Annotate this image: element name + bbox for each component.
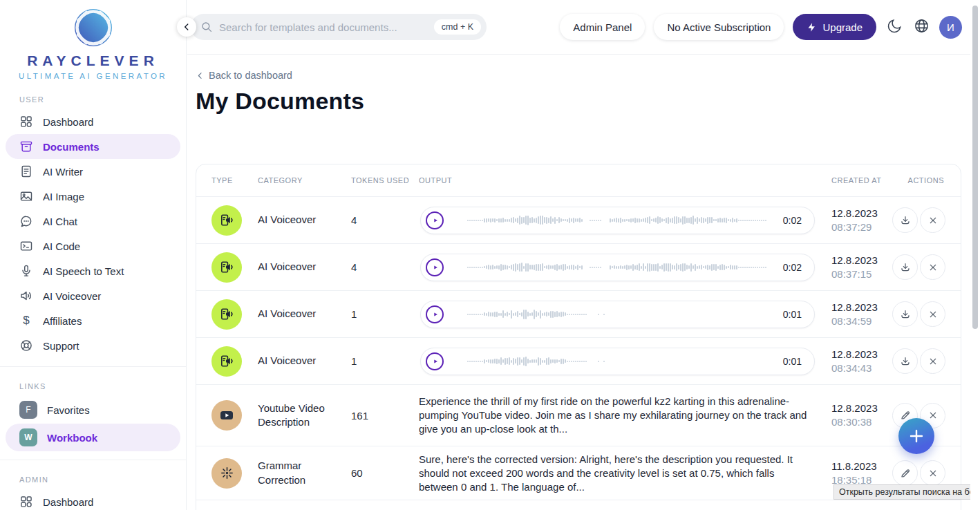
audio-duration: 0:01	[783, 356, 802, 367]
sidebar-item-label: AI Speech to Text	[43, 265, 124, 277]
sidebar-item-ai-code[interactable]: AI Code	[6, 234, 180, 258]
image-icon	[19, 189, 33, 203]
play-button[interactable]	[426, 258, 444, 276]
add-document-button[interactable]	[898, 418, 934, 454]
sidebar-item-ai-voiceover[interactable]: AI Voiceover	[6, 283, 180, 308]
edit-button[interactable]	[892, 460, 918, 486]
table-row-partial	[196, 500, 961, 510]
table-header-row: TYPECATEGORYTOKENS USEDOUTPUTCREATED ATA…	[196, 164, 961, 196]
actions-cell	[892, 460, 945, 486]
tokens-cell: 60	[351, 467, 419, 479]
status-tooltip: Открыть результаты поиска на боковой пан…	[833, 484, 980, 500]
play-button[interactable]	[426, 305, 444, 323]
sidebar-item-support[interactable]: Support	[6, 333, 180, 358]
voiceover-type-icon	[211, 205, 242, 236]
output-cell: 0:01	[419, 348, 823, 375]
close-button[interactable]	[920, 207, 945, 233]
sidebar-collapse-button[interactable]	[177, 17, 196, 37]
moon-icon	[887, 18, 903, 34]
app-root: RAYCLEVER ULTIMATE AI GENERATOR USERDash…	[0, 0, 980, 510]
sidebar-item-documents[interactable]: Documents	[6, 134, 180, 159]
topbar: cmd + K Admin Panel No Active Subscripti…	[187, 0, 980, 55]
sidebar-section-label: ADMIN	[19, 475, 167, 484]
sidebar-item-ai-writer[interactable]: AI Writer	[6, 159, 180, 184]
sidebar-item-dashboard[interactable]: Dashboard	[6, 109, 180, 134]
sidebar-item-label: Affiliates	[43, 315, 82, 327]
favorites-badge: F	[19, 401, 37, 419]
tokens-cell: 1	[351, 308, 419, 320]
sidebar-item-label: AI Voiceover	[43, 290, 101, 302]
sidebar-item-ai-chat[interactable]: AI Chat	[6, 209, 180, 234]
column-header-type: TYPE	[211, 176, 258, 185]
output-cell: 0:02	[419, 254, 823, 281]
audio-player: 0:01	[420, 301, 815, 328]
play-button[interactable]	[426, 352, 444, 370]
dashboard-icon	[19, 495, 33, 509]
download-icon	[900, 262, 911, 273]
sidebar-item-label: Workbook	[47, 432, 97, 444]
admin-panel-button[interactable]: Admin Panel	[560, 14, 645, 40]
close-icon	[927, 262, 939, 273]
download-button[interactable]	[892, 254, 918, 280]
voiceover-type-icon	[211, 299, 242, 330]
tokens-cell: 4	[351, 214, 419, 226]
sidebar-item-favorites[interactable]: FFavorites	[6, 396, 180, 424]
upgrade-button[interactable]: Upgrade	[793, 14, 876, 40]
sidebar-item-affiliates[interactable]: $Affiliates	[6, 308, 180, 333]
column-header-output: OUTPUT	[419, 176, 823, 185]
sidebar-section-label: USER	[19, 95, 167, 104]
actions-cell	[892, 348, 945, 374]
avatar[interactable]: И	[939, 16, 962, 39]
close-button[interactable]	[920, 254, 945, 280]
dark-mode-toggle[interactable]	[885, 18, 903, 36]
file-text-icon	[19, 164, 33, 178]
download-button[interactable]	[892, 207, 918, 233]
language-button[interactable]	[912, 18, 930, 36]
audio-waveform	[467, 214, 767, 227]
table-row: AI Voiceover40:0212.8.202308:37:15	[196, 243, 961, 290]
category-cell: AI Voiceover	[258, 213, 351, 227]
created-date: 12.8.2023	[831, 301, 892, 314]
created-at-cell: 12.8.202308:37:15	[823, 254, 892, 281]
sidebar-divider	[0, 366, 186, 367]
category-cell: Grammar Correction	[258, 459, 351, 487]
back-to-dashboard-link[interactable]: Back to dashboard	[196, 70, 292, 81]
audio-duration: 0:02	[783, 215, 802, 226]
sidebar-item-workbook[interactable]: WWorkbook	[6, 424, 180, 451]
sidebar-divider	[0, 460, 186, 460]
close-icon	[927, 309, 939, 320]
close-button[interactable]	[920, 348, 945, 374]
column-header-created-at: CREATED AT	[823, 176, 892, 185]
table-row: Youtube Video Description161Experience t…	[196, 384, 961, 446]
table-row: AI Voiceover40:0212.8.202308:37:29	[196, 196, 961, 243]
search-input[interactable]	[219, 21, 434, 33]
download-button[interactable]	[892, 348, 918, 374]
sidebar-item-ai-speech-to-text[interactable]: AI Speech to Text	[6, 258, 180, 283]
search-shortcut-hint: cmd + K	[434, 19, 481, 35]
search-bar[interactable]: cmd + K	[191, 14, 487, 40]
brand-logo[interactable]: RAYCLEVER ULTIMATE AI GENERATOR	[0, 0, 186, 80]
archive-icon	[19, 140, 33, 153]
brand-tagline: ULTIMATE AI GENERATOR	[0, 72, 186, 80]
created-date: 12.8.2023	[831, 254, 892, 267]
table-body: AI Voiceover40:0212.8.202308:37:29AI Voi…	[196, 196, 961, 510]
audio-waveform	[467, 261, 767, 274]
created-time: 08:34:43	[831, 361, 892, 375]
sidebar-item-dashboard[interactable]: Dashboard	[6, 489, 180, 510]
page-title: My Documents	[196, 88, 364, 115]
close-button[interactable]	[920, 460, 945, 486]
brand-logo-icon	[71, 6, 115, 50]
type-cell	[211, 346, 258, 377]
close-button[interactable]	[920, 301, 945, 327]
created-time: 08:37:15	[831, 267, 892, 281]
play-button[interactable]	[426, 211, 444, 229]
terminal-icon	[19, 239, 33, 253]
scrollbar-thumb[interactable]	[972, 6, 978, 329]
sidebar-item-label: AI Code	[43, 240, 80, 252]
documents-table-card: TYPECATEGORYTOKENS USEDOUTPUTCREATED ATA…	[196, 164, 961, 510]
sidebar-item-ai-image[interactable]: AI Image	[6, 184, 180, 209]
subscription-status-pill[interactable]: No Active Subscription	[654, 14, 784, 40]
sidebar-item-label: AI Chat	[43, 216, 77, 227]
type-cell	[211, 400, 258, 431]
download-button[interactable]	[892, 301, 918, 327]
